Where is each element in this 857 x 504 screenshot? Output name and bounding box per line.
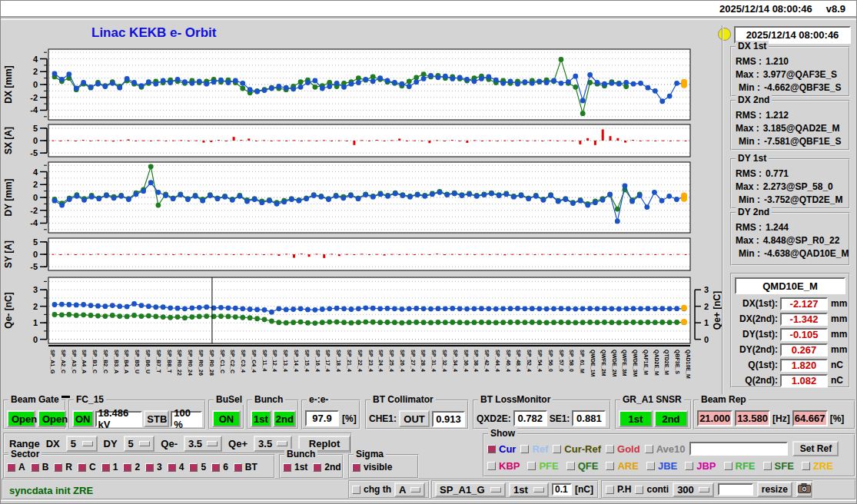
threshold-input[interactable] (552, 483, 572, 496)
dropdown-indicator-icon (207, 441, 218, 446)
sector-checkbox-1[interactable]: 1 (101, 462, 118, 472)
bunch-group: Bunch 1st 2nd (247, 400, 299, 429)
show-zre-checkbox[interactable]: ZRE (802, 460, 833, 472)
bunch-1st-checkbox[interactable]: 1st (283, 462, 307, 472)
svg-text:2: 2 (33, 67, 38, 76)
show-cur-checkbox[interactable]: Cur (487, 443, 516, 455)
conti-checkbox[interactable]: conti (635, 484, 669, 495)
show-jbe-checkbox[interactable]: JBE (646, 460, 677, 472)
show-cur-ref-checkbox[interactable]: Cur-Ref (553, 443, 601, 455)
sector-checkbox-bt[interactable]: BT (234, 462, 257, 472)
show-rfe-checkbox[interactable]: RFE (724, 460, 756, 472)
range-dx-dropdown[interactable]: 5 (66, 436, 98, 452)
busel-on-button[interactable]: ON (212, 410, 241, 427)
min-value: -4.662@QBF3E_S (764, 82, 841, 93)
monitor-value: -0.105 (780, 328, 828, 341)
checkbox-icon (487, 462, 496, 470)
show-jbp-checkbox[interactable]: JBP (685, 460, 716, 472)
bunch-2nd-button[interactable]: 2nd (273, 410, 296, 427)
beam-gate-group: Beam Gate Open Open (3, 400, 66, 429)
sector-checkbox-3[interactable]: 3 (145, 462, 162, 472)
sector-checkbox-r[interactable]: R (54, 462, 72, 472)
sector-checkbox-6[interactable]: 6 (211, 462, 228, 472)
show-ref-checkbox[interactable]: Ref (520, 443, 548, 455)
x-axis-label: SP_42_4 (484, 350, 490, 372)
sy-steering-chart[interactable]: 50-5SY [A] (1, 236, 727, 273)
che1-out-button[interactable]: OUT (399, 410, 430, 427)
charge-chart[interactable]: 3210Qe- [nC]3210Qe+ [nC] (1, 276, 727, 345)
sector-checkbox-a[interactable]: A (7, 462, 25, 472)
chg-th-dropdown[interactable]: A (394, 482, 425, 497)
x-axis-label: QWDE_3M (633, 350, 638, 376)
beam-rep-1-display: 21.000 (697, 410, 732, 426)
ph-checkbox[interactable]: P.H (606, 484, 631, 495)
bt-lossmonitor-group: BT LossMonitor QXD2E: 0.782 SE1: 0.881 (473, 400, 611, 429)
x-axis-label: QAF1E_M (643, 350, 649, 375)
x-axis-label: QWFE_3M (622, 350, 627, 376)
set-ref-button[interactable]: Set Ref (792, 441, 839, 456)
checkbox-icon (168, 463, 176, 472)
x-axis-label: SP_58_0 (569, 350, 574, 372)
svg-text:3: 3 (33, 285, 38, 294)
sector-checkbox-2[interactable]: 2 (123, 462, 140, 472)
x-axis-label: SP_48_4 (516, 350, 521, 372)
bunch-2nd-checkbox[interactable]: 2nd (313, 462, 340, 472)
ref-file-input[interactable] (689, 442, 788, 456)
sector-checkbox-c[interactable]: C (78, 462, 96, 472)
monitor-value: 1.820 (780, 359, 828, 372)
checkbox-icon (646, 462, 655, 470)
show-are-checkbox[interactable]: ARE (606, 460, 638, 472)
x-axis-label: SP_A4_A (81, 350, 87, 373)
show-ave10-checkbox[interactable]: Ave10 (645, 443, 686, 455)
sector-checkbox-b[interactable]: B (31, 462, 49, 472)
checkbox-icon (352, 486, 360, 494)
show-sfe-checkbox[interactable]: SFE (763, 460, 794, 472)
dy-orbit-chart[interactable]: 420-2-4DY [mm] (1, 161, 727, 234)
svg-text:0: 0 (704, 335, 709, 344)
show-pfe-checkbox[interactable]: PFE (527, 460, 558, 472)
beam-gate-open-button-2[interactable]: Open (38, 410, 66, 427)
show-qfe-checkbox[interactable]: QFE (566, 460, 599, 472)
sx-steering-chart[interactable]: 50-5SX [A] (1, 122, 727, 159)
snsr-2nd-button[interactable]: 2nd (654, 410, 688, 427)
sector-checkbox-5[interactable]: 5 (189, 462, 206, 472)
screenshot-button[interactable] (796, 482, 812, 497)
selected-monitor-panel: QMD10E_M DX(1st):-2.127mm DX(2nd):-1.342… (730, 273, 850, 388)
show-gold-checkbox[interactable]: Gold (606, 443, 640, 455)
bunch-dropdown[interactable]: 1st (509, 482, 549, 497)
checkbox-icon (566, 462, 575, 470)
sector-checkbox-4[interactable]: 4 (168, 462, 184, 472)
x-axis-label: QAD10E_M (686, 350, 691, 379)
camera-icon (798, 483, 811, 493)
range-qe-minus-dropdown[interactable]: 3.5 (184, 436, 222, 452)
checkbox-icon (527, 462, 536, 470)
points-dropdown[interactable]: 300 (673, 482, 714, 497)
x-axis-label: SP_24_4 (378, 350, 384, 372)
beam-rep-2-display: 13.580 (735, 410, 770, 426)
checkbox-icon (763, 462, 772, 470)
range-dy-dropdown[interactable]: 5 (124, 436, 155, 452)
resize-button[interactable]: resize (757, 482, 792, 497)
svg-text:-2: -2 (30, 206, 38, 215)
rms-value: 1.212 (766, 110, 789, 121)
snsr-1st-button[interactable]: 1st (619, 410, 653, 427)
monitor-dropdown[interactable]: SP_A1_G (435, 482, 506, 497)
window-resize-bar[interactable] (1, 500, 857, 504)
bunch-1st-button[interactable]: 1st (251, 410, 271, 427)
rms-value: 1.244 (766, 222, 789, 233)
bunch-select-group: Bunch 1st 2nd (279, 454, 344, 479)
x-axis-label: QWDE_1M (590, 350, 596, 376)
fc15-on-button[interactable]: ON (72, 410, 94, 427)
x-axis-label: SP_32_4 (442, 350, 447, 372)
x-axis-label: SP_16_4 (315, 350, 321, 372)
beam-gate-open-button-1[interactable]: Open (7, 410, 35, 427)
e-ratio-display: 97.9 (305, 410, 339, 426)
checkbox-icon (123, 463, 131, 472)
chg-th-checkbox[interactable]: chg th (352, 484, 391, 495)
svg-text:5: 5 (33, 237, 38, 247)
sigma-visible-checkbox[interactable]: visible (352, 462, 392, 472)
dx-orbit-chart[interactable]: 420-2-4DX [mm] (1, 45, 727, 123)
count-input[interactable] (718, 483, 753, 496)
show-kbp-checkbox[interactable]: KBP (487, 460, 520, 472)
fc15-stb-button[interactable]: STB (144, 410, 169, 427)
